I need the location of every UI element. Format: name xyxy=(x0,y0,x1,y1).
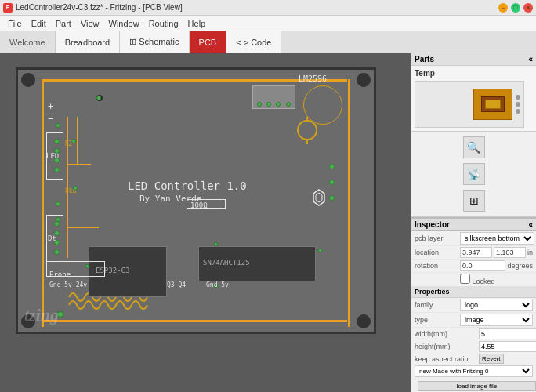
menu-file[interactable]: File xyxy=(3,17,27,30)
location-y-input[interactable] xyxy=(494,247,526,258)
tab-welcome[interactable]: Welcome xyxy=(0,31,56,53)
parts-panel-header: Parts « xyxy=(411,53,536,66)
load-btn-row: load image file xyxy=(411,378,536,392)
pcb-layer-row: pcb layer silkscreen bottom xyxy=(411,231,536,246)
width-input[interactable] xyxy=(479,328,536,339)
type-select[interactable]: image xyxy=(460,314,533,326)
pad-dt-2 xyxy=(54,230,60,236)
tab-schematic-label: ⊞ Schematic xyxy=(129,37,179,47)
made-row: new Made with Fritzing 0 xyxy=(411,365,536,378)
trace-bottom xyxy=(42,320,347,322)
via-3 xyxy=(56,217,60,222)
temp-label: Temp xyxy=(415,69,533,78)
antenna-icon-btn[interactable]: 📡 xyxy=(463,163,485,185)
pad-dt-3 xyxy=(54,240,60,245)
probe-block xyxy=(46,261,105,277)
pad-dt-4 xyxy=(54,249,60,255)
window-controls: – □ × xyxy=(498,3,533,13)
height-row: height(mm) xyxy=(411,340,536,353)
parts-title: Parts xyxy=(415,55,434,64)
load-image-button[interactable]: load image file xyxy=(418,381,536,391)
menu-help[interactable]: Help xyxy=(183,17,211,30)
plus-label-1: + xyxy=(48,101,53,112)
tab-pcb[interactable]: PCB xyxy=(190,31,227,53)
pad-led-2 xyxy=(54,148,60,154)
pcb-layer-label: pcb layer xyxy=(415,234,460,242)
location-row: location in xyxy=(411,246,536,260)
menu-view[interactable]: View xyxy=(76,17,104,30)
parts-content: Temp xyxy=(411,66,536,132)
scroll-dot-3 xyxy=(516,109,520,114)
magnify-icon-btn[interactable]: 🔍 xyxy=(463,136,485,158)
location-x-input[interactable] xyxy=(460,247,492,258)
tab-pcb-label: PCB xyxy=(199,38,217,47)
grid-icon-btn[interactable]: ⊞ xyxy=(463,190,485,212)
pcb-title: LED Controller 1.0 xyxy=(128,180,247,192)
mount-hole-br xyxy=(357,314,371,328)
q3q4-label: Q3 Q4 xyxy=(167,281,186,289)
properties-header: Properties xyxy=(411,286,536,298)
sn74-chip: SN74AHCT125 xyxy=(198,246,316,281)
rotation-unit: degrees xyxy=(507,262,533,270)
rotation-label: rotation xyxy=(415,262,460,270)
rotation-row: rotation degrees xyxy=(411,260,536,273)
chip-body xyxy=(485,100,501,109)
trace-v2 xyxy=(77,117,78,164)
trace-right xyxy=(348,79,350,327)
minimize-button[interactable]: – xyxy=(498,3,508,13)
locked-row: Locked xyxy=(411,273,536,286)
pcb-layer-select[interactable]: silkscreen bottom xyxy=(460,232,534,245)
chip-thumbnail xyxy=(481,96,505,112)
menubar: File Edit Part View Window Routing Help xyxy=(0,16,536,31)
cap-large xyxy=(303,85,342,125)
fritzing-logo xyxy=(307,186,331,209)
via-r3 xyxy=(329,195,335,201)
locked-label: Locked xyxy=(473,278,495,285)
locked-checkbox[interactable] xyxy=(460,274,470,284)
scroll-dot-2 xyxy=(516,102,520,107)
sidebar-tool-icons: 🔍 📡 ⊞ xyxy=(411,132,536,217)
pcb-canvas[interactable]: LM2596 LED Controller 1.0 By Yan Verde 1… xyxy=(0,53,411,392)
inspector-header: Inspector « xyxy=(411,219,536,231)
via-2 xyxy=(56,201,60,206)
height-input[interactable] xyxy=(479,341,536,352)
tab-breadboard[interactable]: Breadboard xyxy=(56,31,121,53)
pad-dt-1 xyxy=(54,221,60,227)
menu-part[interactable]: Part xyxy=(51,17,76,30)
trace-h1 xyxy=(67,164,91,165)
menu-edit[interactable]: Edit xyxy=(27,17,51,30)
scroll-dot-1 xyxy=(516,95,520,100)
made-select[interactable]: new Made with Fritzing 0 xyxy=(415,365,533,377)
tab-schematic[interactable]: ⊞ Schematic xyxy=(120,31,189,53)
via-r2 xyxy=(71,139,76,143)
lm2596-chip xyxy=(252,85,295,109)
width-label: width(mm) xyxy=(415,330,477,338)
right-sidebar: Parts « Temp 🔍 📡 xyxy=(411,53,536,392)
window-title: LedController24v-C3.fzz* - Fritzing - [P… xyxy=(16,3,498,12)
parts-collapse-icon[interactable]: « xyxy=(528,55,533,64)
titlebar: F LedController24v-C3.fzz* - Fritzing - … xyxy=(0,0,536,16)
mount-hole-tr xyxy=(357,73,371,87)
type-label: type xyxy=(415,316,460,324)
parts-scroll xyxy=(516,95,520,114)
height-label: height(mm) xyxy=(415,343,477,350)
pad-led-1 xyxy=(54,139,60,144)
inspector-collapse[interactable]: « xyxy=(528,220,533,229)
rotation-input[interactable] xyxy=(460,260,505,271)
revert-button[interactable]: Revert xyxy=(479,354,504,364)
menu-window[interactable]: Window xyxy=(104,17,144,30)
via-8k xyxy=(73,186,78,191)
family-select[interactable]: logo xyxy=(460,299,533,311)
close-button[interactable]: × xyxy=(523,3,533,13)
aspect-label: keep aspect ratio xyxy=(415,355,477,363)
menu-routing[interactable]: Routing xyxy=(144,17,183,30)
app-icon: F xyxy=(3,3,13,13)
gnd5v24v-label: Gnd 5v 24v xyxy=(49,281,87,289)
family-row: family logo xyxy=(411,298,536,313)
inspector-panel: Inspector « pcb layer silkscreen bottom … xyxy=(411,217,536,392)
parts-bin xyxy=(415,81,524,128)
tab-code[interactable]: < > Code xyxy=(226,31,281,53)
component-thumbnail xyxy=(473,89,512,120)
lm2596-label: LM2596 xyxy=(299,74,327,83)
maximize-button[interactable]: □ xyxy=(511,3,520,13)
